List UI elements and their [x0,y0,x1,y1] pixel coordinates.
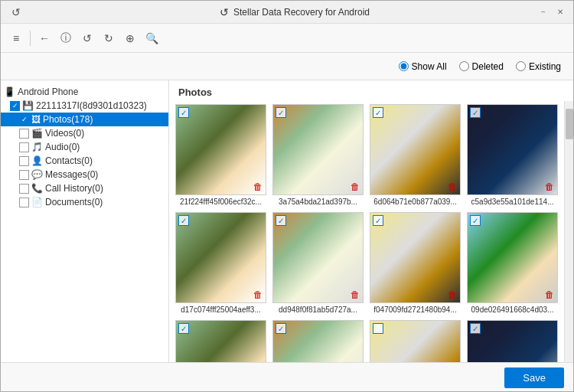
sidebar-item-photos[interactable]: ✓ 🖼 Photos(178) [1,113,168,126]
photo-thumbnail[interactable]: ✓ 🗑 [272,104,364,195]
filter-deleted[interactable]: Deleted [459,61,504,72]
photo-item[interactable]: ✓ 🗑 f047009fd2721480b94... [370,212,461,314]
forward-icon[interactable]: ↻ [99,29,118,47]
filter-show-all[interactable]: Show All [399,61,447,72]
undo-icon[interactable]: ↺ [7,3,25,21]
photo-checkbox[interactable]: ✓ [178,323,189,334]
photo-checkbox[interactable]: ✓ [178,215,189,226]
photo-thumbnail[interactable]: ✓ 🗑 [272,212,364,303]
photo-delete-icon[interactable]: 🗑 [447,289,458,300]
photo-thumbnail[interactable]: ✓ 🗑 [175,212,266,303]
refresh-icon[interactable]: ↺ [78,29,96,47]
photo-item[interactable]: ✓ 🗑 21f224fff45f006ecf32c... [175,104,266,206]
status-bar: Save [1,362,573,392]
audio-icon: 🎵 [31,142,43,152]
sidebar-item-videos[interactable]: 🎬 Videos(0) [1,126,168,140]
main-content: 📱 Android Phone ✓ 💾 22111317I(8d9301d103… [1,80,573,362]
photo-name: dd948f0f81ab5d727a... [272,305,364,314]
photo-checkbox[interactable]: ✓ [178,107,189,118]
photo-name: d17c074fff25004aeff3... [175,305,266,314]
photo-name: f047009fd2721480b94... [370,305,461,314]
photo-item[interactable]: ✓ 🗑 c5a9d3e55a101de114... [467,104,558,206]
photo-item[interactable]: ✓ 🗑 6d064b71e0b877a039... [370,104,461,206]
menu-icon[interactable]: ≡ [7,29,25,47]
minimize-button[interactable]: − [536,5,550,19]
photo-checkbox[interactable]: ✓ [373,215,383,226]
messages-checkbox[interactable] [19,170,29,180]
photo-delete-icon[interactable]: 🗑 [253,289,263,300]
photo-delete-icon[interactable]: 🗑 [350,289,360,300]
photo-item[interactable]: ✓ 🗑 dd948f0f81ab5d727a... [272,212,364,314]
photo-item[interactable]: ✓ 🗑 3a75a4bda21ad397b... [272,104,364,206]
photo-thumbnail[interactable]: ✓ 🗑 [467,320,558,362]
filter-bar: Show All Deleted Existing [1,53,573,80]
close-button[interactable]: ✕ [553,5,567,19]
photo-delete-icon[interactable]: 🗑 [350,181,360,192]
photos-checkbox[interactable]: ✓ [19,115,29,125]
audio-checkbox[interactable] [19,142,29,152]
photo-item[interactable]: ✓ 🗑 0fd50094463e0cbf7af... [272,320,364,362]
photo-thumbnail[interactable]: ✓ 🗑 [370,104,461,195]
photo-thumbnail[interactable]: ✓ 🗑 [467,212,558,303]
photo-thumbnail[interactable]: ✓ 🗑 [175,320,266,362]
sidebar-item-contacts[interactable]: 👤 Contacts(0) [1,154,168,168]
photo-thumbnail[interactable]: 🗑 [370,320,461,362]
photo-checkbox[interactable]: ✓ [276,215,286,226]
sidebar-android-phone[interactable]: 📱 Android Phone [1,85,168,99]
documents-checkbox[interactable] [19,198,29,207]
app-title: ↺ Stellar Data Recovery for Android [53,6,536,18]
videos-icon: 🎬 [31,128,43,139]
toolbar-separator-1 [30,31,31,46]
photo-checkbox[interactable]: ✓ [470,215,481,226]
toolbar: ≡ ← ⓘ ↺ ↻ ⊕ 🔍 [1,24,573,53]
info-icon[interactable]: ⓘ [57,29,75,47]
add-icon[interactable]: ⊕ [121,29,139,47]
photo-delete-icon[interactable]: 🗑 [447,181,458,192]
photo-thumbnail[interactable]: ✓ 🗑 [467,104,558,195]
photo-name: 3a75a4bda21ad397b... [272,198,364,206]
photo-item[interactable]: 🗑 26eb5eb3895619ba56... [370,320,461,362]
scrollbar-thumb[interactable] [566,109,573,139]
title-bar: ↺ ↺ Stellar Data Recovery for Android − … [1,1,573,24]
photo-checkbox[interactable]: ✓ [276,107,286,118]
photo-checkbox[interactable] [373,323,383,334]
search-icon[interactable]: 🔍 [142,29,161,47]
sidebar-item-messages[interactable]: 💬 Messages(0) [1,168,168,181]
photos-grid: ✓ 🗑 21f224fff45f006ecf32c... ✓ 🗑 3a75a4b… [169,101,564,362]
photo-thumbnail[interactable]: ✓ 🗑 [370,212,461,303]
scrollbar-track[interactable] [564,101,573,362]
filter-existing[interactable]: Existing [516,61,561,72]
content-area: Photos ✓ 🗑 21f224fff45f006ecf32c... ✓ 🗑 … [169,80,573,362]
photo-name: 21f224fff45f006ecf32c... [175,198,266,206]
photo-checkbox[interactable]: ✓ [276,323,286,334]
photo-thumbnail[interactable]: ✓ 🗑 [175,104,266,195]
photo-delete-icon[interactable]: 🗑 [544,289,555,300]
window-controls: − ✕ [536,5,567,19]
sidebar-item-call-history[interactable]: 📞 Call History(0) [1,181,168,195]
documents-icon: 📄 [31,197,43,207]
contacts-checkbox[interactable] [19,156,29,166]
photo-item[interactable]: ✓ 🗑 288d5f0235cd281d13... [467,320,558,362]
sidebar-item-audio[interactable]: 🎵 Audio(0) [1,140,168,154]
photo-delete-icon[interactable]: 🗑 [544,181,555,192]
photo-delete-icon[interactable]: 🗑 [253,181,263,192]
videos-checkbox[interactable] [19,129,29,139]
call-history-icon: 📞 [31,183,43,194]
photo-item[interactable]: ✓ 🗑 09de026491668c4d03... [467,212,558,314]
photo-checkbox[interactable]: ✓ [470,107,481,118]
device-checkbox[interactable]: ✓ [10,101,20,111]
sidebar-item-documents[interactable]: 📄 Documents(0) [1,195,168,209]
save-button[interactable]: Save [504,368,564,388]
device-icon: 💾 [22,100,34,111]
photo-checkbox[interactable]: ✓ [470,323,481,334]
photo-name: 09de026491668c4d03... [467,305,558,314]
back-icon[interactable]: ← [35,29,54,47]
photo-checkbox[interactable]: ✓ [373,107,383,118]
sidebar-device[interactable]: ✓ 💾 22111317I(8d9301d10323) [1,99,168,113]
photo-item[interactable]: ✓ 🗑 d17c074fff25004aeff3... [175,212,266,314]
call-history-checkbox[interactable] [19,184,29,194]
photos-icon: 🖼 [31,114,41,125]
messages-icon: 💬 [31,169,43,180]
photo-item[interactable]: ✓ 🗑 0bde4a2af37d1114d3... [175,320,266,362]
photo-thumbnail[interactable]: ✓ 🗑 [272,320,364,362]
